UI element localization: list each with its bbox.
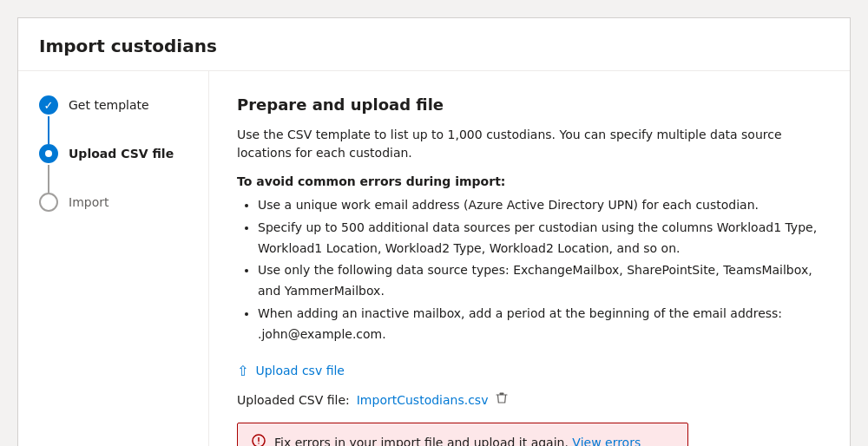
dialog-header: Import custodians (18, 18, 850, 71)
step-row-3: Import (39, 193, 187, 212)
svg-point-1 (258, 443, 260, 444)
step-circle-1: ✓ (39, 95, 58, 115)
step-line-2 (48, 165, 49, 193)
dialog-body: ✓ Get template Upload CSV file (18, 71, 850, 446)
step-connector-2 (39, 144, 58, 193)
import-custodians-dialog: Import custodians ✓ Get template (17, 17, 851, 446)
step-circle-3 (39, 193, 58, 212)
description: Use the CSV template to list up to 1,000… (237, 126, 822, 162)
step-label-1: Get template (69, 95, 149, 115)
uploaded-file-link[interactable]: ImportCustodians.csv (357, 393, 489, 407)
sidebar: ✓ Get template Upload CSV file (18, 71, 209, 446)
uploaded-file-row: Uploaded CSV file: ImportCustodians.csv (237, 391, 822, 409)
dialog-title: Import custodians (39, 36, 829, 56)
main-content: Prepare and upload file Use the CSV temp… (209, 71, 850, 446)
step-connector-1: ✓ (39, 95, 58, 144)
upload-csv-link[interactable]: Upload csv file (255, 364, 345, 377)
upload-icon: ⇧ (237, 363, 248, 379)
step-line-1 (48, 116, 49, 144)
upload-row: ⇧ Upload csv file (237, 363, 822, 379)
section-title: Prepare and upload file (237, 95, 822, 114)
error-text: Fix errors in your import file and uploa… (274, 436, 674, 446)
step-circle-2 (39, 144, 58, 163)
step-row-1: ✓ Get template (39, 95, 187, 144)
bullet-item-3: Use only the following data source types… (258, 260, 822, 302)
step-connector-3 (39, 193, 58, 212)
delete-file-icon[interactable] (495, 391, 509, 409)
view-errors-link[interactable]: View errors (572, 436, 641, 446)
error-message: Fix errors in your import file and uploa… (274, 436, 569, 446)
uploaded-file-label: Uploaded CSV file: (237, 393, 350, 407)
bullet-item-1: Use a unique work email address (Azure A… (258, 195, 822, 216)
error-heading: To avoid common errors during import: (237, 174, 822, 188)
active-dot (45, 150, 52, 157)
error-circle-icon (252, 434, 266, 446)
bullet-list: Use a unique work email address (Azure A… (237, 195, 822, 345)
step-label-3: Import (69, 193, 108, 212)
checkmark-icon-1: ✓ (44, 99, 54, 112)
bullet-item-4: When adding an inactive mailbox, add a p… (258, 304, 822, 345)
step-label-2: Upload CSV file (69, 144, 174, 163)
bullet-item-2: Specify up to 500 additional data source… (258, 218, 822, 259)
error-banner: Fix errors in your import file and uploa… (237, 423, 688, 446)
step-row-2: Upload CSV file (39, 144, 187, 193)
